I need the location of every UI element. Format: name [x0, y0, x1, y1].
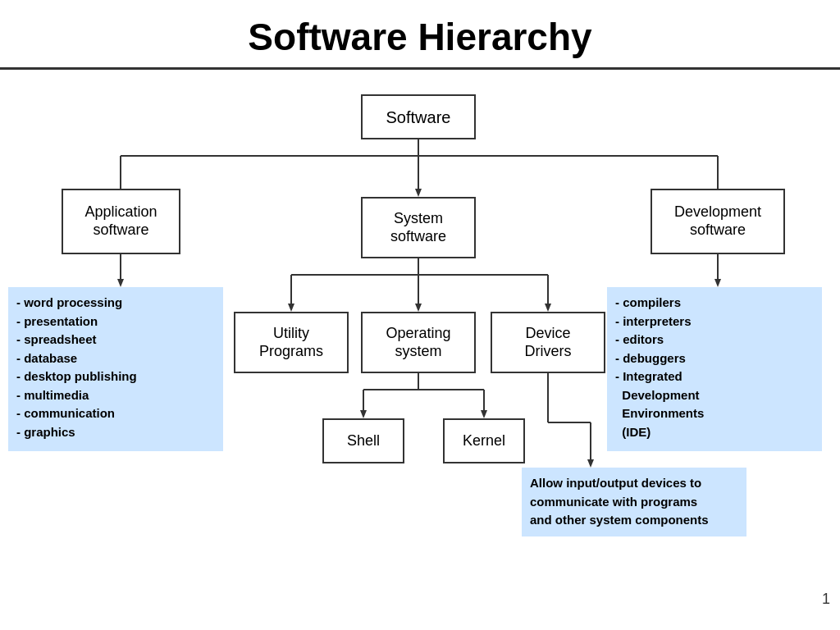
software-node: Software — [361, 94, 476, 139]
svg-marker-14 — [288, 304, 294, 312]
device-drivers-desc-box: Allow input/output devices to communicat… — [522, 468, 746, 536]
utility-programs-node: Utility Programs — [234, 312, 349, 373]
svg-marker-30 — [587, 459, 594, 468]
application-list-box: - word processing - presentation - sprea… — [8, 287, 223, 451]
svg-marker-5 — [415, 189, 422, 197]
system-software-node: System software — [361, 197, 476, 258]
kernel-node: Kernel — [443, 418, 525, 463]
development-software-node: Development software — [651, 189, 785, 254]
page-header: Software Hierarchy — [0, 0, 840, 70]
application-software-node: Application software — [62, 189, 180, 254]
page-title: Software Hierarchy — [0, 15, 840, 59]
svg-marker-23 — [360, 410, 367, 418]
operating-system-node: Operating system — [361, 312, 476, 373]
device-drivers-node: Device Drivers — [491, 312, 605, 373]
svg-marker-32 — [714, 279, 721, 287]
shell-node: Shell — [322, 418, 404, 463]
page-number: 1 — [822, 591, 830, 608]
diagram-area: Software Application software System sof… — [0, 70, 840, 611]
svg-marker-10 — [117, 279, 124, 287]
svg-marker-19 — [545, 304, 551, 312]
svg-marker-16 — [415, 304, 422, 312]
svg-marker-26 — [481, 410, 487, 418]
development-list-box: - compilers - interpreters - editors - d… — [607, 287, 822, 451]
